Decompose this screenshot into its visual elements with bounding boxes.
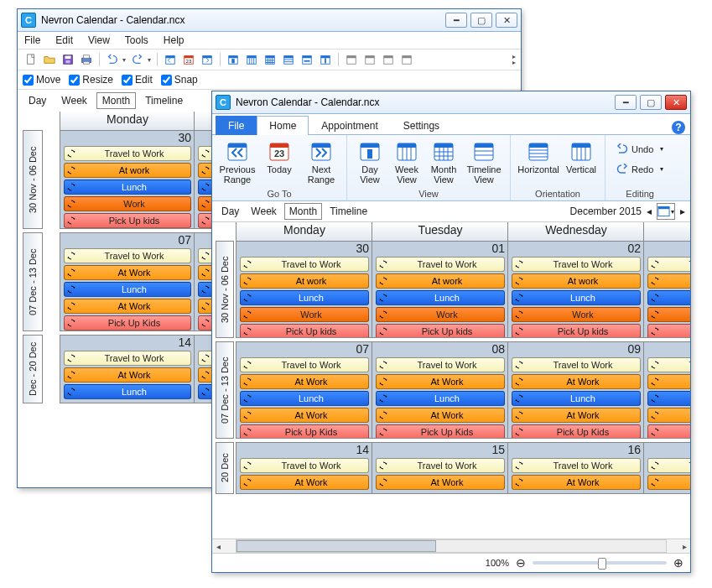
event-item[interactable]: At Work [647, 408, 690, 423]
menu-edit[interactable]: Edit [55, 34, 73, 46]
tab-week[interactable]: Week [247, 204, 280, 219]
event-item[interactable]: Pick Up kids [64, 213, 191, 228]
day-cell[interactable]: 01Travel to WorkAt workLunchWorkPick Up … [372, 241, 509, 338]
event-item[interactable]: Lunch [376, 290, 505, 305]
week-label[interactable]: 07 Dec - 13 Dec [23, 232, 43, 331]
redo-icon[interactable] [129, 51, 146, 68]
event-item[interactable]: Travel to Work [376, 257, 505, 272]
check-edit[interactable]: Edit [122, 74, 153, 86]
day-cell[interactable]: 16Travel to WorkAt Work [507, 442, 645, 494]
event-item[interactable]: At Work [240, 408, 369, 423]
new-file-icon[interactable] [23, 51, 39, 68]
day-cell[interactable]: 07Travel to WorkAt WorkLunchAt WorkPick … [236, 341, 373, 439]
event-item[interactable]: Work [64, 196, 191, 211]
open-file-icon[interactable] [41, 51, 58, 68]
event-item[interactable]: Pick Up kids [376, 324, 505, 338]
ribbon-tab-home[interactable]: Home [257, 116, 309, 135]
event-item[interactable]: Pick Up Kids [376, 424, 505, 439]
check-move[interactable]: Move [23, 74, 60, 86]
next-range-icon[interactable] [199, 51, 216, 68]
event-item[interactable]: Travel to Work [647, 458, 690, 473]
event-item[interactable]: Lunch [512, 391, 641, 406]
day-cell[interactable]: 30Travel to WorkAt workLunchWorkPick Up … [60, 130, 195, 229]
event-item[interactable]: Travel to Work [64, 146, 191, 161]
event-item[interactable]: At Work [64, 367, 191, 382]
event-item[interactable]: Work [240, 307, 369, 322]
day-cell[interactable]: 14Travel to WorkAt WorkLunch [60, 335, 195, 403]
event-item[interactable]: Lunch [240, 391, 369, 406]
menu-view[interactable]: View [88, 34, 110, 46]
event-item[interactable]: Lunch [647, 290, 690, 305]
event-item[interactable]: At Work [647, 475, 690, 490]
zoom-out-icon[interactable]: ⊖ [516, 556, 526, 570]
day-cell[interactable]: Travel to WorkAt WorkLunchAt WorkPick Up… [643, 341, 690, 439]
day-cell[interactable]: 07Travel to WorkAt WorkLunchAt WorkPick … [60, 232, 195, 331]
day-cell[interactable]: 15Travel to WorkAt Work [372, 442, 509, 494]
tab-month[interactable]: Month [96, 92, 136, 109]
day-header[interactable]: Monday [60, 112, 195, 132]
month-view-button[interactable]: Month View [426, 137, 461, 189]
print-icon[interactable] [78, 51, 95, 68]
close-button[interactable]: ✕ [665, 95, 687, 110]
event-item[interactable]: Travel to Work [240, 357, 369, 372]
event-item[interactable]: Travel to Work [512, 357, 641, 372]
event-item[interactable]: At Work [376, 475, 505, 490]
vertical-icon[interactable] [317, 51, 334, 68]
event-item[interactable]: Travel to Work [240, 257, 369, 272]
tab-week[interactable]: Week [55, 92, 92, 109]
event-item[interactable]: At Work [512, 374, 641, 389]
event-item[interactable]: Travel to Work [512, 257, 641, 272]
event-item[interactable]: At Work [512, 408, 641, 423]
horizontal-scrollbar[interactable]: ◂▸ [212, 539, 690, 553]
event-item[interactable]: Travel to Work [647, 257, 690, 272]
event-item[interactable]: Pick Up Kids [64, 315, 191, 330]
extra-tool-icon[interactable] [343, 51, 360, 68]
day-view-button[interactable]: Day View [352, 137, 387, 189]
event-item[interactable]: Travel to Work [512, 458, 641, 473]
event-item[interactable]: At Work [376, 374, 505, 389]
event-item[interactable]: Lunch [64, 282, 191, 297]
day-cell[interactable]: Travel to WorkAt workLunchWorkPick Up ki… [643, 241, 690, 338]
week-label[interactable]: Dec - 20 Dec [23, 335, 43, 403]
event-item[interactable]: Travel to Work [64, 248, 191, 263]
day-cell[interactable]: Travel to WorkAt Work [643, 442, 690, 494]
extra-tool-icon[interactable] [398, 51, 415, 68]
week-label[interactable]: 30 Nov - 06 Dec [216, 241, 234, 338]
today-icon[interactable]: 23 [180, 51, 197, 68]
event-item[interactable]: Lunch [512, 290, 641, 305]
day-cell[interactable]: 14Travel to WorkAt Work [236, 442, 373, 494]
event-item[interactable]: Lunch [240, 290, 369, 305]
event-item[interactable]: At work [376, 273, 505, 289]
tab-day[interactable]: Day [23, 92, 52, 109]
day-cell[interactable]: 08Travel to WorkAt WorkLunchAt WorkPick … [372, 341, 509, 439]
maximize-button[interactable]: ▢ [470, 13, 492, 28]
week-view-icon[interactable] [243, 51, 260, 68]
today-button[interactable]: 23 Today [259, 137, 299, 189]
close-button[interactable]: ✕ [496, 13, 517, 28]
next-range-button[interactable]: Next Range [301, 137, 341, 189]
menu-file[interactable]: File [24, 34, 40, 46]
extra-tool-icon[interactable] [380, 51, 397, 68]
minimize-button[interactable]: ━ [445, 13, 467, 28]
ribbon-tab-file[interactable]: File [216, 116, 257, 135]
event-item[interactable]: At Work [64, 299, 191, 314]
event-item[interactable]: At Work [240, 374, 369, 389]
tab-month[interactable]: Month [284, 203, 322, 220]
event-item[interactable]: At work [240, 273, 369, 289]
event-item[interactable]: Work [647, 307, 690, 322]
week-view-button[interactable]: Week View [389, 137, 424, 189]
day-cell[interactable]: 30Travel to WorkAt workLunchWorkPick Up … [236, 241, 373, 338]
tab-timeline[interactable]: Timeline [325, 204, 372, 219]
ribbon-tab-appointment[interactable]: Appointment [309, 116, 390, 135]
menu-tools[interactable]: Tools [125, 34, 148, 46]
timeline-view-button[interactable]: Timeline View [463, 137, 505, 189]
event-item[interactable]: Pick Up Kids [512, 424, 641, 439]
undo-button[interactable]: Undo▾ [611, 140, 669, 159]
week-label[interactable]: 30 Nov - 06 Dec [23, 130, 43, 229]
day-header[interactable]: T [643, 222, 690, 242]
event-item[interactable]: At Work [64, 265, 191, 280]
week-label[interactable]: 07 Dec - 13 Dec [216, 341, 234, 439]
tab-day[interactable]: Day [217, 204, 243, 219]
event-item[interactable]: Pick Up kids [240, 324, 369, 338]
event-item[interactable]: At Work [240, 475, 369, 490]
